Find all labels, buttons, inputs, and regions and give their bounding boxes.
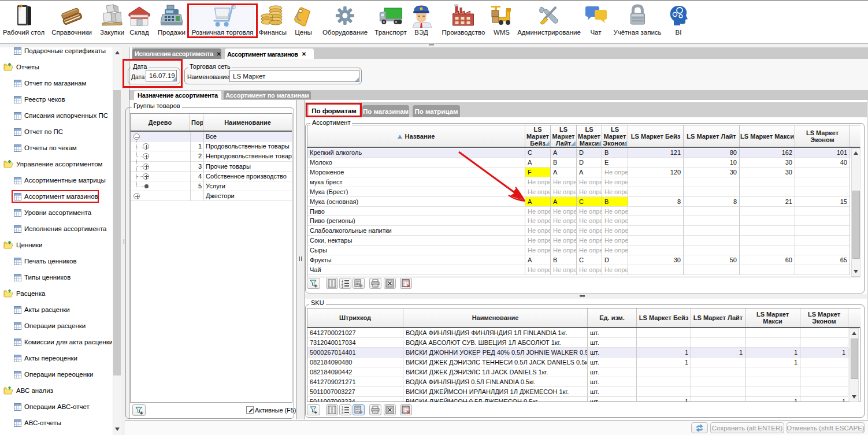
- svg-text:3: 3: [342, 285, 343, 288]
- svg-text:3: 3: [342, 411, 343, 414]
